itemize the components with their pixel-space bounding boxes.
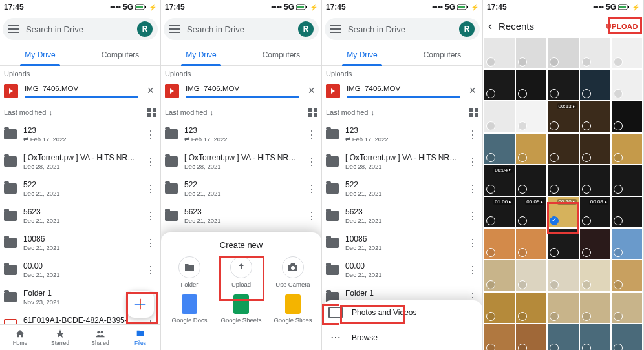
photo-thumbnail[interactable] <box>484 70 515 100</box>
photo-thumbnail[interactable] <box>516 101 546 132</box>
picker-browse[interactable]: ⋯ Browse <box>322 325 482 350</box>
select-circle-icon[interactable] <box>582 57 591 67</box>
photo-thumbnail[interactable]: 01:06 <box>484 197 515 227</box>
file-row[interactable]: 10086Dec 21, 2021⋮ <box>0 229 160 256</box>
select-circle-icon[interactable] <box>486 344 495 350</box>
photo-thumbnail[interactable] <box>484 134 515 164</box>
select-circle-icon[interactable] <box>614 89 623 98</box>
more-icon[interactable]: ⋮ <box>466 129 478 141</box>
photo-thumbnail[interactable]: 00:08 <box>580 197 610 227</box>
more-icon[interactable]: ⋮ <box>466 264 478 276</box>
select-circle-icon[interactable] <box>518 89 527 98</box>
select-circle-icon[interactable] <box>550 89 559 98</box>
photo-thumbnail[interactable] <box>580 38 610 68</box>
more-icon[interactable]: ⋮ <box>144 237 156 249</box>
select-circle-icon[interactable] <box>550 185 559 194</box>
more-icon[interactable]: ⋮ <box>144 129 156 141</box>
file-row[interactable]: [ OxTorrent.pw ] VA - HITS NRJ DU MOMENT… <box>0 148 160 175</box>
photo-thumbnail[interactable] <box>548 293 578 323</box>
close-icon[interactable]: × <box>144 81 156 100</box>
photo-thumbnail[interactable] <box>580 101 610 132</box>
back-icon[interactable]: ‹ <box>488 19 492 33</box>
select-circle-icon[interactable] <box>518 57 527 67</box>
tab-computers[interactable]: Computers <box>402 44 482 65</box>
file-row[interactable]: 5623Dec 21, 2021⋮ <box>0 202 160 229</box>
sheet-upload[interactable]: Upload <box>217 256 266 288</box>
select-circle-icon[interactable] <box>582 280 591 289</box>
select-circle-icon[interactable] <box>582 344 591 350</box>
grid-view-icon[interactable] <box>308 108 317 117</box>
recents-title[interactable]: Recents <box>499 21 600 32</box>
select-circle-icon[interactable] <box>518 185 527 194</box>
more-icon[interactable]: ⋮ <box>305 183 317 195</box>
photo-thumbnail[interactable] <box>484 101 515 132</box>
photo-thumbnail[interactable] <box>484 324 515 350</box>
photo-thumbnail[interactable] <box>612 101 642 132</box>
photo-thumbnail[interactable] <box>580 324 610 350</box>
menu-icon[interactable] <box>169 25 180 33</box>
photo-thumbnail[interactable]: 00:20 <box>548 197 578 227</box>
file-row[interactable]: 123⇌ Feb 17, 2022⋮ <box>161 121 321 148</box>
close-icon[interactable]: × <box>466 81 478 100</box>
photo-thumbnail[interactable] <box>516 38 546 68</box>
select-circle-icon[interactable] <box>614 312 623 321</box>
select-circle-icon[interactable] <box>614 280 623 289</box>
menu-icon[interactable] <box>330 25 341 33</box>
photo-thumbnail[interactable]: 00:09 <box>516 197 546 227</box>
photo-thumbnail[interactable] <box>580 229 610 259</box>
file-row[interactable]: 00.00Dec 21, 2021⋮ <box>0 256 160 283</box>
tab-my-drive[interactable]: My Drive <box>0 44 80 65</box>
photo-thumbnail[interactable] <box>612 229 642 259</box>
file-row[interactable]: 123⇌ Feb 17, 2022⋮ <box>322 121 482 148</box>
more-icon[interactable]: ⋮ <box>144 210 156 222</box>
file-row[interactable]: 522Dec 21, 2021⋮ <box>161 175 321 202</box>
select-circle-icon[interactable] <box>614 344 623 350</box>
photo-thumbnail[interactable] <box>580 293 610 323</box>
photo-thumbnail[interactable] <box>548 134 578 164</box>
select-circle-icon[interactable] <box>550 344 559 350</box>
photo-thumbnail[interactable] <box>612 38 642 68</box>
fab-add[interactable] <box>127 291 154 318</box>
photo-thumbnail[interactable] <box>580 70 610 100</box>
sheet-camera[interactable]: Use Camera <box>268 256 317 288</box>
select-circle-icon[interactable] <box>582 153 591 162</box>
select-circle-icon[interactable] <box>582 312 591 321</box>
menu-icon[interactable] <box>8 25 19 33</box>
photo-thumbnail[interactable]: 00:13 <box>548 101 578 132</box>
file-row[interactable]: 10086Dec 21, 2021⋮ <box>322 229 482 256</box>
tab-computers[interactable]: Computers <box>80 44 160 65</box>
photo-thumbnail[interactable] <box>484 229 515 259</box>
photo-thumbnail[interactable] <box>612 197 642 227</box>
photo-thumbnail[interactable] <box>548 38 578 68</box>
photo-thumbnail[interactable] <box>548 70 578 100</box>
search-bar[interactable]: Search in Drive R <box>325 18 480 40</box>
photo-thumbnail[interactable] <box>580 260 610 291</box>
tab-my-drive[interactable]: My Drive <box>161 44 241 65</box>
file-row[interactable]: 5623Dec 21, 2021⋮ <box>161 202 321 229</box>
select-circle-icon[interactable] <box>614 185 623 194</box>
photo-thumbnail[interactable] <box>516 134 546 164</box>
select-circle-icon[interactable] <box>550 248 559 257</box>
more-icon[interactable]: ⋮ <box>305 129 317 141</box>
upload-filename[interactable]: IMG_7406.MOV <box>25 85 138 98</box>
grid-view-icon[interactable] <box>147 108 156 117</box>
photo-thumbnail[interactable] <box>516 229 546 259</box>
sheet-docs[interactable]: Google Docs <box>165 294 214 324</box>
select-circle-icon[interactable] <box>614 57 623 67</box>
nav-home[interactable]: Home <box>0 325 40 350</box>
photo-thumbnail[interactable] <box>612 324 642 350</box>
photo-thumbnail[interactable] <box>484 38 515 68</box>
more-icon[interactable]: ⋮ <box>144 264 156 276</box>
photo-thumbnail[interactable] <box>548 260 578 291</box>
photo-thumbnail[interactable] <box>612 134 642 164</box>
more-icon[interactable]: ⋮ <box>466 156 478 168</box>
more-icon[interactable]: ⋮ <box>466 210 478 222</box>
select-circle-icon[interactable] <box>486 57 495 67</box>
more-icon[interactable]: ⋮ <box>305 210 317 222</box>
photo-thumbnail[interactable] <box>516 70 546 100</box>
select-circle-icon[interactable] <box>550 121 559 130</box>
more-icon[interactable]: ⋮ <box>144 156 156 168</box>
select-circle-icon[interactable] <box>550 280 559 289</box>
sort-label[interactable]: Last modified <box>4 108 46 116</box>
file-row[interactable]: 5623Dec 21, 2021⋮ <box>322 202 482 229</box>
